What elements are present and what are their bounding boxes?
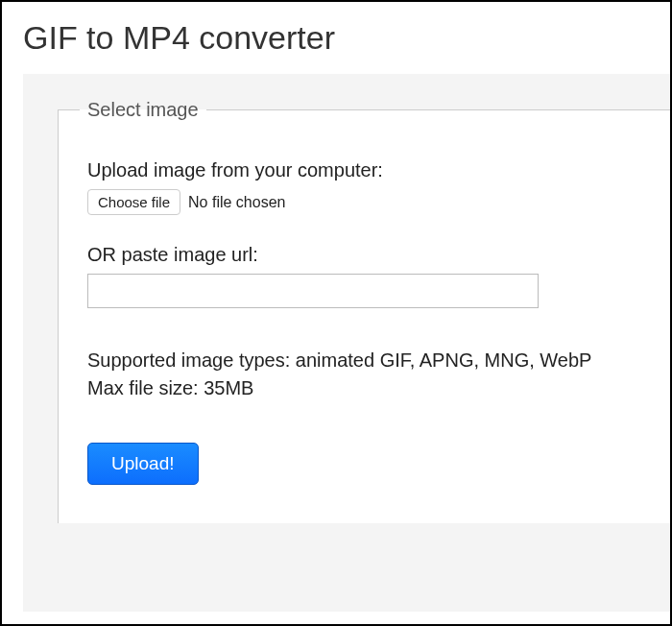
max-file-size-text: Max file size: 35MB bbox=[87, 374, 670, 402]
upload-from-computer-label: Upload image from your computer: bbox=[87, 159, 670, 181]
image-url-input[interactable] bbox=[87, 274, 539, 308]
select-image-fieldset: Select image Upload image from your comp… bbox=[58, 99, 670, 523]
file-chosen-status: No file chosen bbox=[188, 194, 285, 211]
converter-panel: Select image Upload image from your comp… bbox=[23, 74, 670, 612]
choose-file-button[interactable]: Choose file bbox=[87, 189, 180, 215]
supported-types-text: Supported image types: animated GIF, APN… bbox=[87, 347, 670, 374]
page-title: GIF to MP4 converter bbox=[2, 2, 670, 74]
fieldset-legend: Select image bbox=[80, 99, 206, 121]
file-input-row: Choose file No file chosen bbox=[87, 189, 670, 215]
upload-button[interactable]: Upload! bbox=[87, 443, 199, 485]
paste-url-label: OR paste image url: bbox=[87, 244, 670, 266]
